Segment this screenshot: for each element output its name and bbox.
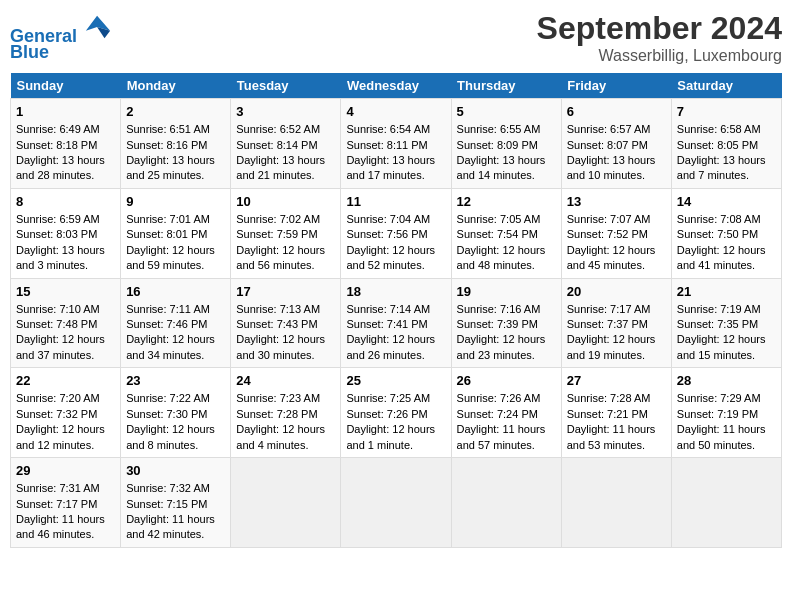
calendar-cell: 19 Sunrise: 7:16 AM Sunset: 7:39 PM Dayl… <box>451 278 561 368</box>
sunrise-text: Sunrise: 7:31 AM <box>16 482 100 494</box>
daylight-text: Daylight: 12 hours and 48 minutes. <box>457 244 546 271</box>
calendar-cell <box>561 458 671 548</box>
calendar-cell: 5 Sunrise: 6:55 AM Sunset: 8:09 PM Dayli… <box>451 99 561 189</box>
daylight-text: Daylight: 12 hours and 45 minutes. <box>567 244 656 271</box>
sunrise-text: Sunrise: 7:17 AM <box>567 303 651 315</box>
sunrise-text: Sunrise: 7:19 AM <box>677 303 761 315</box>
calendar-cell: 4 Sunrise: 6:54 AM Sunset: 8:11 PM Dayli… <box>341 99 451 189</box>
calendar-cell <box>231 458 341 548</box>
sunrise-text: Sunrise: 7:04 AM <box>346 213 430 225</box>
calendar-cell: 6 Sunrise: 6:57 AM Sunset: 8:07 PM Dayli… <box>561 99 671 189</box>
sunset-text: Sunset: 7:24 PM <box>457 408 538 420</box>
day-number: 18 <box>346 283 445 301</box>
week-row-4: 22 Sunrise: 7:20 AM Sunset: 7:32 PM Dayl… <box>11 368 782 458</box>
calendar-cell: 28 Sunrise: 7:29 AM Sunset: 7:19 PM Dayl… <box>671 368 781 458</box>
sunset-text: Sunset: 7:56 PM <box>346 228 427 240</box>
sunrise-text: Sunrise: 7:07 AM <box>567 213 651 225</box>
sunset-text: Sunset: 8:14 PM <box>236 139 317 151</box>
day-number: 30 <box>126 462 225 480</box>
calendar-cell: 11 Sunrise: 7:04 AM Sunset: 7:56 PM Dayl… <box>341 188 451 278</box>
calendar-cell: 3 Sunrise: 6:52 AM Sunset: 8:14 PM Dayli… <box>231 99 341 189</box>
sunrise-text: Sunrise: 6:51 AM <box>126 123 210 135</box>
calendar-cell <box>341 458 451 548</box>
daylight-text: Daylight: 13 hours and 21 minutes. <box>236 154 325 181</box>
day-number: 25 <box>346 372 445 390</box>
calendar-cell: 9 Sunrise: 7:01 AM Sunset: 8:01 PM Dayli… <box>121 188 231 278</box>
title-block: September 2024 Wasserbillig, Luxembourg <box>537 10 782 65</box>
calendar-cell: 25 Sunrise: 7:25 AM Sunset: 7:26 PM Dayl… <box>341 368 451 458</box>
calendar-cell: 10 Sunrise: 7:02 AM Sunset: 7:59 PM Dayl… <box>231 188 341 278</box>
day-number: 24 <box>236 372 335 390</box>
sunrise-text: Sunrise: 7:11 AM <box>126 303 210 315</box>
sunset-text: Sunset: 7:35 PM <box>677 318 758 330</box>
calendar-cell: 26 Sunrise: 7:26 AM Sunset: 7:24 PM Dayl… <box>451 368 561 458</box>
daylight-text: Daylight: 11 hours and 57 minutes. <box>457 423 546 450</box>
calendar-table: SundayMondayTuesdayWednesdayThursdayFrid… <box>10 73 782 548</box>
day-number: 26 <box>457 372 556 390</box>
sunrise-text: Sunrise: 6:49 AM <box>16 123 100 135</box>
daylight-text: Daylight: 13 hours and 10 minutes. <box>567 154 656 181</box>
calendar-cell: 18 Sunrise: 7:14 AM Sunset: 7:41 PM Dayl… <box>341 278 451 368</box>
sunset-text: Sunset: 7:15 PM <box>126 498 207 510</box>
daylight-text: Daylight: 12 hours and 34 minutes. <box>126 333 215 360</box>
sunset-text: Sunset: 7:28 PM <box>236 408 317 420</box>
week-row-1: 1 Sunrise: 6:49 AM Sunset: 8:18 PM Dayli… <box>11 99 782 189</box>
calendar-cell: 22 Sunrise: 7:20 AM Sunset: 7:32 PM Dayl… <box>11 368 121 458</box>
day-number: 20 <box>567 283 666 301</box>
sunset-text: Sunset: 8:16 PM <box>126 139 207 151</box>
daylight-text: Daylight: 12 hours and 15 minutes. <box>677 333 766 360</box>
sunset-text: Sunset: 7:54 PM <box>457 228 538 240</box>
day-number: 22 <box>16 372 115 390</box>
day-number: 9 <box>126 193 225 211</box>
sunset-text: Sunset: 7:39 PM <box>457 318 538 330</box>
sunset-text: Sunset: 8:18 PM <box>16 139 97 151</box>
sunrise-text: Sunrise: 6:58 AM <box>677 123 761 135</box>
day-number: 21 <box>677 283 776 301</box>
calendar-cell: 1 Sunrise: 6:49 AM Sunset: 8:18 PM Dayli… <box>11 99 121 189</box>
daylight-text: Daylight: 12 hours and 37 minutes. <box>16 333 105 360</box>
day-number: 15 <box>16 283 115 301</box>
daylight-text: Daylight: 12 hours and 23 minutes. <box>457 333 546 360</box>
day-header-saturday: Saturday <box>671 73 781 99</box>
day-number: 27 <box>567 372 666 390</box>
calendar-cell: 16 Sunrise: 7:11 AM Sunset: 7:46 PM Dayl… <box>121 278 231 368</box>
sunrise-text: Sunrise: 7:28 AM <box>567 392 651 404</box>
daylight-text: Daylight: 12 hours and 8 minutes. <box>126 423 215 450</box>
day-number: 29 <box>16 462 115 480</box>
sunrise-text: Sunrise: 7:16 AM <box>457 303 541 315</box>
day-number: 1 <box>16 103 115 121</box>
daylight-text: Daylight: 12 hours and 4 minutes. <box>236 423 325 450</box>
day-number: 19 <box>457 283 556 301</box>
calendar-cell: 13 Sunrise: 7:07 AM Sunset: 7:52 PM Dayl… <box>561 188 671 278</box>
daylight-text: Daylight: 13 hours and 14 minutes. <box>457 154 546 181</box>
day-header-friday: Friday <box>561 73 671 99</box>
sunrise-text: Sunrise: 7:26 AM <box>457 392 541 404</box>
daylight-text: Daylight: 12 hours and 56 minutes. <box>236 244 325 271</box>
sunrise-text: Sunrise: 7:10 AM <box>16 303 100 315</box>
sunset-text: Sunset: 7:59 PM <box>236 228 317 240</box>
calendar-cell: 21 Sunrise: 7:19 AM Sunset: 7:35 PM Dayl… <box>671 278 781 368</box>
sunset-text: Sunset: 7:21 PM <box>567 408 648 420</box>
sunrise-text: Sunrise: 7:25 AM <box>346 392 430 404</box>
daylight-text: Daylight: 13 hours and 17 minutes. <box>346 154 435 181</box>
sunset-text: Sunset: 8:07 PM <box>567 139 648 151</box>
day-header-thursday: Thursday <box>451 73 561 99</box>
sunset-text: Sunset: 7:26 PM <box>346 408 427 420</box>
month-title: September 2024 <box>537 10 782 47</box>
calendar-cell: 15 Sunrise: 7:10 AM Sunset: 7:48 PM Dayl… <box>11 278 121 368</box>
daylight-text: Daylight: 11 hours and 50 minutes. <box>677 423 766 450</box>
daylight-text: Daylight: 13 hours and 7 minutes. <box>677 154 766 181</box>
calendar-cell: 7 Sunrise: 6:58 AM Sunset: 8:05 PM Dayli… <box>671 99 781 189</box>
day-number: 11 <box>346 193 445 211</box>
calendar-cell: 17 Sunrise: 7:13 AM Sunset: 7:43 PM Dayl… <box>231 278 341 368</box>
daylight-text: Daylight: 13 hours and 28 minutes. <box>16 154 105 181</box>
daylight-text: Daylight: 12 hours and 52 minutes. <box>346 244 435 271</box>
week-row-5: 29 Sunrise: 7:31 AM Sunset: 7:17 PM Dayl… <box>11 458 782 548</box>
day-number: 16 <box>126 283 225 301</box>
sunset-text: Sunset: 7:48 PM <box>16 318 97 330</box>
calendar-cell: 14 Sunrise: 7:08 AM Sunset: 7:50 PM Dayl… <box>671 188 781 278</box>
logo: General Blue <box>10 14 112 63</box>
sunset-text: Sunset: 7:52 PM <box>567 228 648 240</box>
sunset-text: Sunset: 8:01 PM <box>126 228 207 240</box>
day-number: 4 <box>346 103 445 121</box>
